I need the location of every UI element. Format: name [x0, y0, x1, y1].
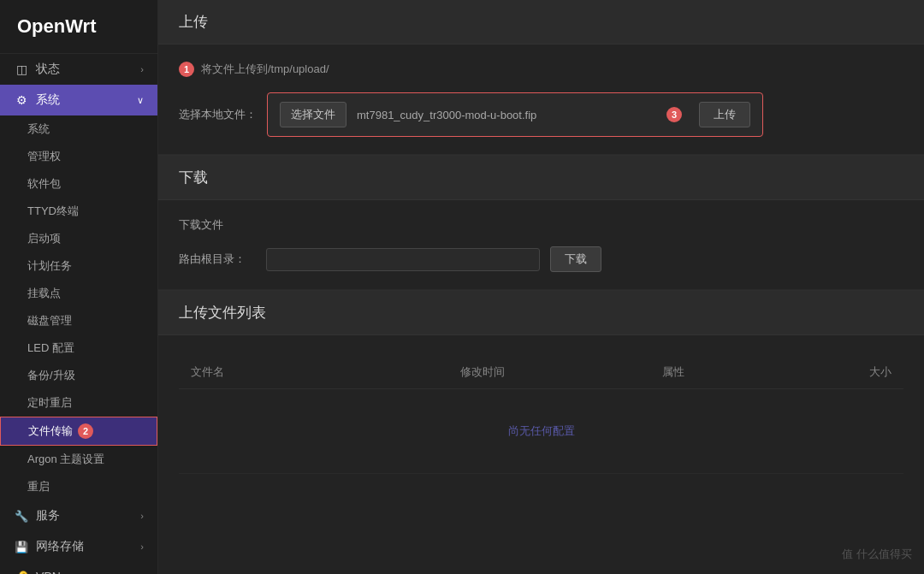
- nas-icon: 💾: [14, 541, 29, 553]
- sidebar-sub-admin[interactable]: 管理权: [0, 143, 157, 170]
- sidebar-sub-cron[interactable]: 计划任务: [0, 252, 157, 280]
- sidebar-sub-led[interactable]: LED 配置: [0, 334, 157, 362]
- sidebar-sub-filetrans[interactable]: 文件传输 2: [0, 417, 157, 446]
- choose-file-button[interactable]: 选择文件: [280, 102, 346, 127]
- upload-button[interactable]: 上传: [699, 102, 750, 127]
- filelist-section-title: 上传文件列表: [158, 291, 924, 335]
- sidebar-item-label: 状态: [36, 62, 140, 77]
- upload-info-badge: 1: [179, 62, 194, 77]
- download-section-body: 下载文件 路由根目录： 下载: [158, 200, 924, 289]
- download-button[interactable]: 下载: [550, 246, 601, 272]
- sidebar-item-system[interactable]: ⚙ 系统 ∨: [0, 85, 157, 115]
- sidebar-item-nas[interactable]: 💾 网络存储 ›: [0, 531, 157, 562]
- sidebar-sub-reboot-timer[interactable]: 定时重启: [0, 389, 157, 417]
- sidebar-sub-pkg[interactable]: 软件包: [0, 170, 157, 198]
- sidebar-sub-startup[interactable]: 启动项: [0, 225, 157, 252]
- sidebar-system-label: 系统: [36, 92, 137, 108]
- main-content: 上传 1 将文件上传到/tmp/upload/ 选择本地文件： 选择文件 mt7…: [158, 0, 924, 574]
- no-config-text: 尚无任何配置: [191, 398, 891, 465]
- download-section-title: 下载: [158, 156, 924, 200]
- sidebar-nav: ◫ 状态 › ⚙ 系统 ∨ 系统 管理权 软件包 TTYD终端 启动项 计划任务…: [0, 54, 157, 574]
- sidebar-sub-disk[interactable]: 磁盘管理: [0, 307, 157, 334]
- download-row: 路由根目录： 下载: [179, 246, 903, 272]
- file-select-area: 选择本地文件： 选择文件 mt7981_cudy_tr3000-mod-u-bo…: [179, 92, 903, 137]
- file-select-row: 选择文件 mt7981_cudy_tr3000-mod-u-boot.fip 3…: [267, 92, 763, 137]
- sidebar-item-vpn[interactable]: 🔑 VPN ›: [0, 562, 157, 574]
- vpn-icon: 🔑: [14, 571, 29, 575]
- upload-section-body: 1 将文件上传到/tmp/upload/ 选择本地文件： 选择文件 mt7981…: [158, 44, 924, 154]
- watermark: 值 什么值得买: [842, 547, 912, 562]
- upload-info: 1 将文件上传到/tmp/upload/: [179, 62, 903, 77]
- col-attr: 属性: [596, 356, 749, 389]
- sidebar-vpn-label: VPN: [36, 570, 140, 574]
- filetrans-label: 文件传输: [28, 423, 73, 439]
- chosen-file-name: mt7981_cudy_tr3000-mod-u-boot.fip: [357, 109, 656, 121]
- table-row: 尚无任何配置: [179, 389, 903, 474]
- col-filename: 文件名: [179, 356, 370, 389]
- sidebar-sub-backup[interactable]: 备份/升级: [0, 362, 157, 389]
- sidebar-sub-system[interactable]: 系统: [0, 115, 157, 143]
- sidebar-sub-mount[interactable]: 挂载点: [0, 280, 157, 307]
- col-size: 大小: [750, 356, 903, 389]
- filelist-section: 上传文件列表 文件名 修改时间 属性 大小 尚无任: [158, 290, 924, 491]
- sidebar-services-label: 服务: [36, 508, 140, 524]
- upload-info-text: 将文件上传到/tmp/upload/: [201, 62, 329, 77]
- router-root-input[interactable]: [266, 248, 540, 271]
- sidebar-sub-reboot[interactable]: 重启: [0, 473, 157, 500]
- sidebar-sub-argon[interactable]: Argon 主题设置: [0, 446, 157, 473]
- col-modified: 修改时间: [370, 356, 597, 389]
- file-select-label: 选择本地文件：: [179, 107, 257, 122]
- status-icon: ◫: [14, 62, 29, 76]
- upload-badge: 3: [666, 107, 682, 122]
- sidebar-sub-ttyd[interactable]: TTYD终端: [0, 198, 157, 225]
- filetrans-badge: 2: [78, 423, 93, 439]
- file-table: 文件名 修改时间 属性 大小 尚无任何配置: [179, 356, 903, 474]
- services-icon: 🔧: [14, 510, 29, 523]
- sidebar-item-services[interactable]: 🔧 服务 ›: [0, 500, 157, 531]
- upload-section: 上传 1 将文件上传到/tmp/upload/ 选择本地文件： 选择文件 mt7…: [158, 0, 924, 154]
- router-root-label: 路由根目录：: [179, 251, 256, 267]
- sidebar: OpenWrt ◫ 状态 › ⚙ 系统 ∨ 系统 管理权 软件包 TTYD终端 …: [0, 0, 158, 574]
- sidebar-nas-label: 网络存储: [36, 539, 140, 554]
- filelist-section-body: 文件名 修改时间 属性 大小 尚无任何配置: [158, 335, 924, 491]
- logo: OpenWrt: [0, 0, 157, 54]
- download-sub-label: 下载文件: [179, 217, 903, 233]
- download-section: 下载 下载文件 路由根目录： 下载: [158, 155, 924, 289]
- gear-icon: ⚙: [14, 93, 29, 107]
- sidebar-item-status[interactable]: ◫ 状态 ›: [0, 54, 157, 85]
- upload-section-title: 上传: [158, 0, 924, 44]
